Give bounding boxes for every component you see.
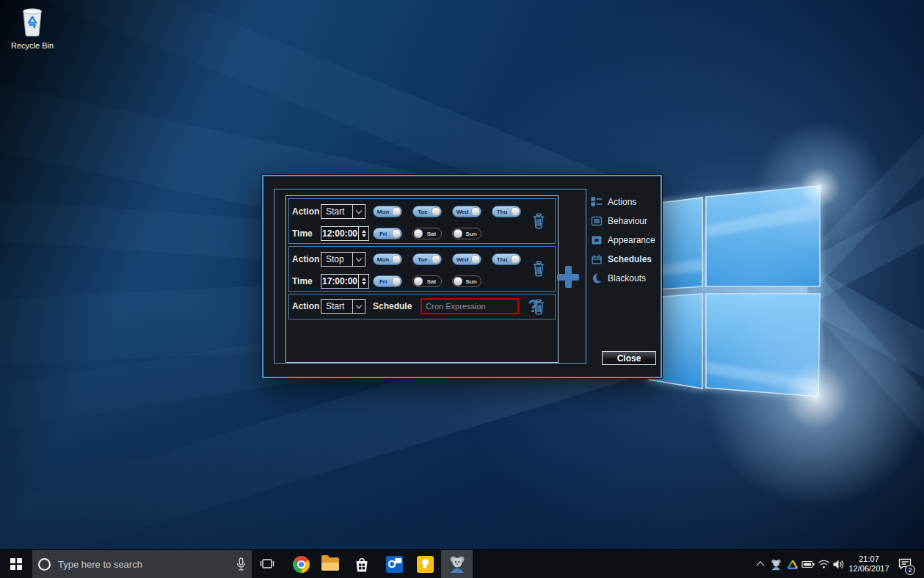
time-input[interactable]: 17:00:00 [321, 274, 369, 289]
cortana-icon [38, 558, 51, 571]
taskbar-app-chrome[interactable] [291, 550, 310, 578]
cron-expression-input[interactable] [421, 298, 519, 314]
time-down-button[interactable] [362, 282, 366, 285]
time-up-button[interactable] [362, 230, 366, 233]
desktop: Recycle Bin Action Start Mon Tue [0, 0, 924, 578]
trash-icon [531, 299, 546, 315]
recycle-bin-label: Recycle Bin [4, 41, 60, 50]
scheduler-window: Action Start Mon Tue Wed Thu [262, 175, 662, 378]
move-mouse-icon [448, 554, 467, 574]
toggle-knob [454, 277, 462, 286]
day-toggle-tue[interactable]: Tue [412, 206, 442, 217]
sidebar-item-schedules[interactable]: Schedules [591, 250, 657, 269]
day-toggle-fri[interactable]: Fri [373, 275, 402, 287]
time-input[interactable]: 12:00:00 [321, 226, 369, 241]
delete-schedule-button[interactable] [531, 299, 546, 315]
tray-google-drive-icon[interactable] [786, 550, 799, 578]
recycle-bin[interactable]: Recycle Bin [4, 6, 60, 50]
schedule-row: Action Stop Mon Tue Wed Thu T [288, 246, 556, 292]
day-toggle-sun[interactable]: Sun [452, 275, 481, 287]
microsoft-store-icon [354, 556, 370, 573]
schedule-row: Action Start Schedule ? [288, 294, 556, 319]
day-toggle-thu[interactable]: Thu [492, 206, 521, 217]
recycle-bin-icon [19, 6, 46, 37]
task-view-button[interactable] [258, 550, 277, 578]
action-select[interactable]: Start [321, 299, 365, 314]
day-toggle-mon[interactable]: Mon [373, 253, 402, 265]
taskbar-app-notes[interactable] [415, 550, 434, 578]
toggle-knob [392, 277, 401, 286]
schedule-row: Action Start Mon Tue Wed Thu [288, 198, 556, 244]
task-view-icon [259, 557, 275, 571]
chevron-down-icon[interactable] [352, 300, 365, 313]
taskbar-app-file-explorer[interactable] [321, 550, 340, 578]
day-toggle-fri[interactable]: Fri [373, 228, 402, 239]
delete-schedule-button[interactable] [531, 261, 546, 277]
toggle-knob [511, 255, 520, 264]
chevron-down-icon[interactable] [352, 205, 365, 218]
toggle-knob [432, 207, 440, 216]
chrome-icon [293, 556, 310, 573]
move-mouse-icon [770, 558, 782, 571]
toggle-knob [414, 229, 423, 238]
action-label: Action [292, 301, 321, 311]
action-center-button[interactable]: 2 [894, 550, 916, 578]
sidebar-item-behaviour[interactable]: Behaviour [591, 212, 657, 231]
schedule-label: Schedule [373, 301, 412, 311]
sidebar-item-appearance[interactable]: Appearance [591, 231, 657, 250]
blackouts-icon [591, 272, 603, 284]
toggle-knob [392, 207, 401, 216]
windows-logo-icon [10, 558, 22, 570]
day-toggle-wed[interactable]: Wed [452, 253, 481, 265]
tray-move-mouse-icon[interactable] [769, 550, 782, 578]
schedules-group: Action Start Mon Tue Wed Thu [274, 189, 586, 364]
trash-icon [531, 213, 546, 229]
time-label: Time [292, 228, 321, 239]
clock-date: 12/06/2017 [848, 564, 889, 574]
taskbar-app-store[interactable] [352, 550, 371, 578]
sidebar-item-actions[interactable]: Actions [591, 192, 657, 212]
file-explorer-icon [321, 557, 339, 571]
search-input[interactable] [57, 558, 236, 571]
actions-icon [591, 196, 603, 208]
action-select[interactable]: Stop [321, 252, 365, 267]
tray-battery-icon[interactable] [801, 550, 815, 578]
day-toggle-sun[interactable]: Sun [452, 228, 481, 239]
day-toggle-sat[interactable]: Sat [412, 275, 442, 287]
delete-schedule-button[interactable] [531, 213, 546, 229]
time-down-button[interactable] [362, 234, 366, 237]
battery-icon [801, 560, 815, 568]
trash-icon [531, 261, 546, 277]
tray-expand-chevron[interactable] [754, 550, 766, 578]
microphone-icon[interactable] [236, 557, 246, 571]
toggle-knob [471, 255, 480, 264]
close-button[interactable]: Close [602, 351, 656, 365]
day-toggle-wed[interactable]: Wed [452, 206, 481, 217]
chevron-up-icon [756, 561, 764, 569]
tray-wifi-icon[interactable] [817, 550, 830, 578]
sidebar-item-blackouts[interactable]: Blackouts [591, 269, 657, 288]
toggle-knob [432, 255, 440, 264]
day-toggle-tue[interactable]: Tue [412, 253, 442, 265]
day-toggle-sat[interactable]: Sat [412, 228, 442, 239]
note-lightbulb-icon [417, 556, 434, 573]
taskbar: O [0, 549, 924, 578]
taskbar-app-outlook[interactable]: O [385, 550, 404, 578]
taskbar-clock[interactable]: 21:07 12/06/2017 [848, 550, 890, 578]
toggle-knob [392, 229, 401, 238]
wifi-icon [818, 559, 830, 569]
add-schedule-button[interactable] [557, 265, 579, 289]
start-button[interactable] [0, 550, 32, 578]
taskbar-app-move-mouse-active[interactable] [441, 550, 473, 578]
appearance-icon [591, 234, 603, 246]
chevron-down-icon[interactable] [352, 253, 365, 266]
tray-volume-icon[interactable] [832, 550, 845, 578]
clock-time: 21:07 [859, 554, 879, 564]
time-up-button[interactable] [362, 278, 366, 281]
day-toggle-mon[interactable]: Mon [373, 206, 402, 217]
taskbar-search[interactable] [32, 550, 252, 578]
action-select[interactable]: Start [321, 204, 365, 219]
action-label: Action [292, 206, 321, 217]
day-toggle-thu[interactable]: Thu [492, 253, 521, 265]
notification-badge: 2 [905, 565, 915, 575]
